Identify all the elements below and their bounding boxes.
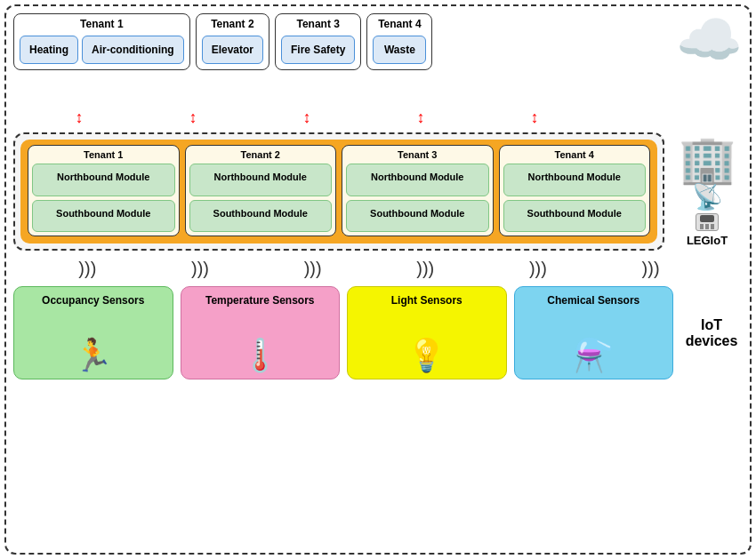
aircon-box: Air-conditioning <box>82 36 184 64</box>
arrow1: ↕ <box>76 108 84 127</box>
occupancy-icon: 🏃 <box>73 339 113 371</box>
elevator-box: Elevator <box>202 36 263 64</box>
tenant1-inner-label: Tenant 1 <box>32 149 175 160</box>
tenant2-inner-label: Tenant 2 <box>189 149 333 160</box>
arrow3: ↕ <box>303 108 311 127</box>
middle-section: Tenant 1 Northbound Module Southbound Mo… <box>13 132 743 251</box>
light-sensor-box: Light Sensors 💡 <box>347 286 507 379</box>
light-label: Light Sensors <box>391 294 462 307</box>
tenant4-inner-box: Tenant 4 Northbound Module Southbound Mo… <box>499 145 651 236</box>
wifi3: ))) <box>304 259 322 279</box>
wifi6: ))) <box>642 259 660 279</box>
legiot-label: LEGIoT <box>687 234 728 247</box>
building-icon: 🏢 <box>679 136 736 182</box>
tenant3-southbound: Southbound Module <box>346 200 489 233</box>
occupancy-sensor-box: Occupancy Sensors 🏃 <box>13 286 173 379</box>
legiot-outer-box: Tenant 1 Northbound Module Southbound Mo… <box>13 132 664 251</box>
tenant2-inner-box: Tenant 2 Northbound Module Southbound Mo… <box>185 145 337 236</box>
tenant2-southbound: Southbound Module <box>189 200 333 233</box>
router-icon: 📡 <box>692 182 723 212</box>
arrows-top-to-middle: ↕ ↕ ↕ ↕ ↕ <box>13 108 743 127</box>
tenant4-apps: Waste <box>373 36 426 64</box>
temperature-label: Temperature Sensors <box>205 294 315 307</box>
right-icons-panel: 🏢 📡 LEGIoT <box>672 132 743 251</box>
occupancy-label: Occupancy Sensors <box>42 294 144 307</box>
tenant1-northbound: Northbound Module <box>32 164 175 196</box>
arrow4: ↕ <box>417 108 425 127</box>
tenant1-apps: Heating Air-conditioning <box>20 36 184 64</box>
heating-box: Heating <box>20 36 78 64</box>
tenant3-inner-box: Tenant 3 Northbound Module Southbound Mo… <box>342 145 494 236</box>
wifi-row: ))) ))) ))) ))) ))) ))) <box>13 256 743 281</box>
arrow-group: ↕ ↕ ↕ ↕ ↕ <box>22 108 591 127</box>
firesafety-box: Fire Safety <box>281 36 355 64</box>
waste-box: Waste <box>373 36 426 64</box>
tenant4-label: Tenant 4 <box>378 18 421 30</box>
temperature-sensor-box: Temperature Sensors 🌡️ <box>181 286 341 379</box>
top-row: Tenant 1 Heating Air-conditioning Tenant… <box>13 13 743 102</box>
wifi5: ))) <box>529 259 547 279</box>
tenant1-label: Tenant 1 <box>80 18 123 30</box>
main-diagram: Tenant 1 Heating Air-conditioning Tenant… <box>4 4 752 555</box>
tenant4-inner-label: Tenant 4 <box>503 149 647 160</box>
tenant1-inner-box: Tenant 1 Northbound Module Southbound Mo… <box>28 145 180 236</box>
light-icon: 💡 <box>406 339 446 371</box>
arrow2: ↕ <box>189 108 197 127</box>
tenant3-apps: Fire Safety <box>281 36 355 64</box>
wifi2: ))) <box>191 259 209 279</box>
tenants-inner-row: Tenant 1 Northbound Module Southbound Mo… <box>28 145 650 236</box>
tenant2-label: Tenant 2 <box>211 18 253 30</box>
tenant4-southbound: Southbound Module <box>503 200 647 233</box>
temperature-icon: 🌡️ <box>240 339 280 371</box>
tenant1-group: Tenant 1 Heating Air-conditioning <box>13 13 190 70</box>
wifi4: ))) <box>416 259 434 279</box>
tenant2-apps: Elevator <box>202 36 263 64</box>
tenant4-group: Tenant 4 Waste <box>366 13 432 70</box>
tenant3-label: Tenant 3 <box>296 18 339 30</box>
router-body <box>696 213 719 231</box>
chemical-icon: ⚗️ <box>574 339 614 371</box>
iot-devices-label: IoTdevices <box>680 317 743 349</box>
tenant4-northbound: Northbound Module <box>503 164 647 196</box>
chemical-label: Chemical Sensors <box>547 294 639 307</box>
orange-legiot-box: Tenant 1 Northbound Module Southbound Mo… <box>20 140 657 244</box>
cloud-icon: ☁️ <box>676 13 743 67</box>
router-section: 📡 LEGIoT <box>687 182 728 247</box>
tenant3-northbound: Northbound Module <box>346 164 489 196</box>
tenant1-southbound: Southbound Module <box>32 200 175 233</box>
bottom-row: Occupancy Sensors 🏃 Temperature Sensors … <box>13 286 743 379</box>
tenant2-northbound: Northbound Module <box>189 164 333 196</box>
tenant2-group: Tenant 2 Elevator <box>196 13 269 70</box>
chemical-sensor-box: Chemical Sensors ⚗️ <box>514 286 674 379</box>
tenant3-group: Tenant 3 Fire Safety <box>275 13 361 70</box>
tenant3-inner-label: Tenant 3 <box>346 149 489 160</box>
arrow5: ↕ <box>531 108 539 127</box>
wifi1: ))) <box>78 259 96 279</box>
